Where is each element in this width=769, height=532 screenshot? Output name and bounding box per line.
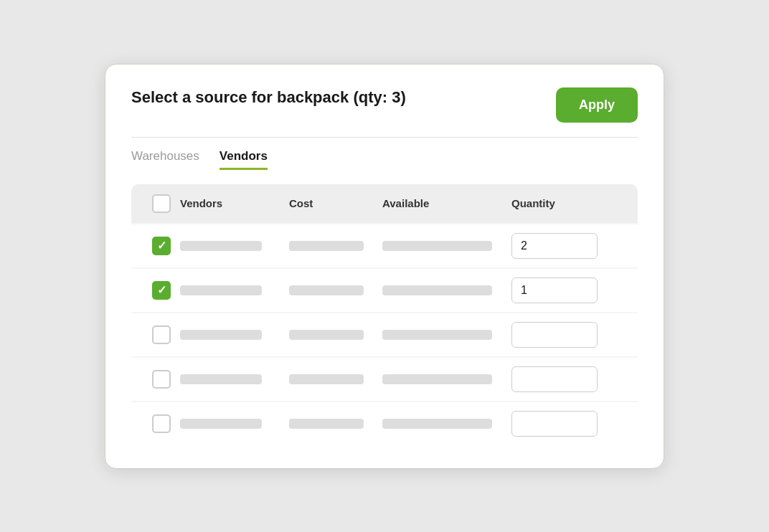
row-3-cost xyxy=(289,330,382,340)
table-row xyxy=(131,402,638,445)
row-5-checkbox-cell xyxy=(143,414,180,433)
header-checkbox[interactable] xyxy=(152,194,171,213)
cost-bar xyxy=(289,241,364,251)
row-5-checkbox[interactable] xyxy=(152,414,171,433)
cost-bar xyxy=(289,419,364,429)
row-5-vendor-name xyxy=(180,419,289,429)
column-header-quantity: Quantity xyxy=(511,197,626,209)
header-checkbox-cell xyxy=(143,194,180,213)
row-1-checkbox[interactable]: ✓ xyxy=(152,237,171,255)
vendor-name-bar xyxy=(180,374,262,384)
column-header-cost: Cost xyxy=(289,197,382,209)
table-header-row: Vendors Cost Available Quantity xyxy=(131,184,638,223)
row-4-vendor-name xyxy=(180,374,289,384)
row-3-vendor-name xyxy=(180,330,289,340)
row-4-checkbox[interactable] xyxy=(152,370,171,389)
available-bar xyxy=(382,374,492,384)
source-selection-modal: Select a source for backpack (qty: 3) Ap… xyxy=(105,64,664,469)
row-3-quantity-input[interactable] xyxy=(511,322,598,348)
row-2-available xyxy=(382,285,511,295)
available-bar xyxy=(382,241,492,251)
row-5-quantity-input[interactable] xyxy=(511,411,598,437)
row-1-cost xyxy=(289,241,382,251)
row-2-checkbox[interactable]: ✓ xyxy=(152,281,171,300)
table-row xyxy=(131,358,638,401)
checkmark-icon: ✓ xyxy=(157,240,166,252)
checkmark-icon: ✓ xyxy=(157,285,166,296)
row-4-quantity-input[interactable] xyxy=(511,366,598,392)
available-bar xyxy=(382,419,492,429)
row-2-quantity-cell xyxy=(511,277,626,303)
row-4-quantity-cell xyxy=(511,366,626,392)
row-5-quantity-cell xyxy=(511,411,626,437)
modal-header: Select a source for backpack (qty: 3) Ap… xyxy=(131,87,638,123)
tab-bar: Warehouses Vendors xyxy=(131,149,638,170)
table-row xyxy=(131,313,638,356)
vendor-name-bar xyxy=(180,419,262,429)
row-1-vendor-name xyxy=(180,241,289,251)
cost-bar xyxy=(289,374,364,384)
table-row: ✓ xyxy=(131,224,638,267)
row-4-cost xyxy=(289,374,382,384)
row-5-available xyxy=(382,419,511,429)
row-4-checkbox-cell xyxy=(143,370,180,389)
vendor-name-bar xyxy=(180,241,262,251)
available-bar xyxy=(382,330,492,340)
row-2-quantity-input[interactable] xyxy=(511,277,598,303)
row-1-checkbox-cell: ✓ xyxy=(143,237,180,255)
column-header-vendors: Vendors xyxy=(180,197,289,209)
table-row: ✓ xyxy=(131,269,638,312)
apply-button[interactable]: Apply xyxy=(556,87,638,123)
modal-title: Select a source for backpack (qty: 3) xyxy=(131,87,406,108)
row-2-vendor-name xyxy=(180,285,289,295)
tab-vendors[interactable]: Vendors xyxy=(220,149,268,170)
available-bar xyxy=(382,285,492,295)
cost-bar xyxy=(289,330,364,340)
row-1-available xyxy=(382,241,511,251)
tab-warehouses[interactable]: Warehouses xyxy=(131,149,199,170)
vendor-name-bar xyxy=(180,330,262,340)
row-5-cost xyxy=(289,419,382,429)
header-divider xyxy=(131,137,638,138)
column-header-available: Available xyxy=(382,197,511,209)
row-1-quantity-cell xyxy=(511,233,626,259)
row-3-available xyxy=(382,330,511,340)
row-1-quantity-input[interactable] xyxy=(511,233,598,259)
vendors-table: Vendors Cost Available Quantity ✓ xyxy=(131,184,638,445)
row-2-checkbox-cell: ✓ xyxy=(143,281,180,300)
cost-bar xyxy=(289,285,364,295)
row-3-quantity-cell xyxy=(511,322,626,348)
row-3-checkbox-cell xyxy=(143,326,180,344)
row-2-cost xyxy=(289,285,382,295)
vendor-name-bar xyxy=(180,285,262,295)
row-4-available xyxy=(382,374,511,384)
row-3-checkbox[interactable] xyxy=(152,326,171,344)
